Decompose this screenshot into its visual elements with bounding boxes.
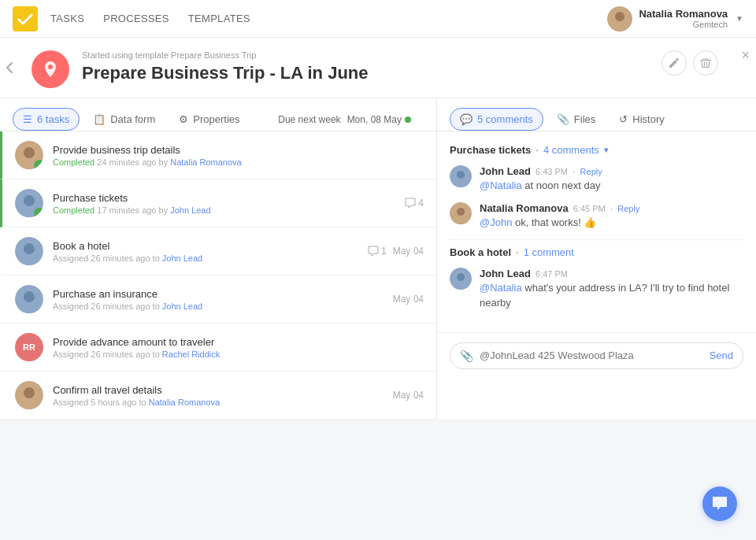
breadcrumb: Started using template Prepare Business … xyxy=(82,50,737,60)
comment-section-book-hotel: Book a hotel · 1 comment xyxy=(450,246,743,258)
comment-time: 6:43 PM xyxy=(536,167,568,176)
task-info: Purchase tickets Completed 17 minutes ag… xyxy=(53,192,405,215)
history-tab-label: History xyxy=(632,113,664,125)
edit-button[interactable] xyxy=(662,50,687,76)
task-right: 4 xyxy=(405,198,424,209)
svg-point-2 xyxy=(615,12,624,21)
task-name: Provide business trip details xyxy=(53,144,424,156)
task-info: Book a hotel Assigned 26 minutes ago to … xyxy=(53,240,368,263)
files-tab-label: Files xyxy=(574,113,595,125)
comment-badge: 1 xyxy=(368,246,387,257)
history-tab-icon: ↺ xyxy=(619,113,628,125)
avatar xyxy=(450,165,472,187)
table-row[interactable]: Book a hotel Assigned 26 minutes ago to … xyxy=(0,227,436,276)
process-icon-wrap xyxy=(32,50,82,98)
table-row[interactable]: Purchase an insurance Assigned 26 minute… xyxy=(0,276,436,324)
app-logo[interactable] xyxy=(13,6,38,31)
comment-author: John Lead xyxy=(480,268,531,279)
task-status: Assigned 26 minutes ago to John Lead xyxy=(53,253,368,263)
comment-text: @Natalia at noon next day xyxy=(480,179,743,193)
tab-comments[interactable]: 💬 5 comments xyxy=(450,108,543,131)
nav-processes[interactable]: PROCESSES xyxy=(103,13,169,24)
comment-body: John Lead 6:47 PM @Natalia what's your a… xyxy=(480,268,743,309)
task-list: ✓ Provide business trip details Complete… xyxy=(0,131,436,420)
process-meta: Started using template Prepare Business … xyxy=(82,50,737,93)
comment-section-purchase-tickets: Purchase tickets · 4 comments ▾ xyxy=(450,144,743,156)
comment-time: 6:45 PM xyxy=(573,204,606,213)
avatar: ✓ xyxy=(15,141,43,169)
content-area: ☰ 6 tasks 📋 Data form ⚙ Properties Due n… xyxy=(0,98,756,420)
left-tab-bar: ☰ 6 tasks 📋 Data form ⚙ Properties Due n… xyxy=(0,98,436,131)
task-right: 1 May 04 xyxy=(368,246,424,257)
comment-item: John Lead 6:47 PM @Natalia what's your a… xyxy=(450,268,743,309)
section-task-name: Book a hotel xyxy=(450,246,511,258)
delete-button[interactable] xyxy=(693,50,718,76)
properties-tab-icon: ⚙ xyxy=(179,113,188,125)
task-name: Purchase tickets xyxy=(53,192,405,204)
tab-tasks[interactable]: ☰ 6 tasks xyxy=(13,108,80,131)
svg-rect-0 xyxy=(13,6,38,31)
task-status: Completed 17 minutes ago by John Lead xyxy=(53,205,405,215)
username: Natalia Romanova xyxy=(639,8,728,20)
files-tab-icon: 📎 xyxy=(557,113,569,125)
attach-icon[interactable]: 📎 xyxy=(460,350,473,362)
avatar xyxy=(15,237,43,265)
user-menu[interactable]: Natalia Romanova Gemtech ▼ xyxy=(607,6,743,31)
comments-tab-label: 5 comments xyxy=(477,113,533,125)
task-date: May 04 xyxy=(393,246,424,257)
comment-count[interactable]: 4 comments xyxy=(543,144,599,156)
send-button[interactable]: Send xyxy=(710,350,733,361)
nav-tasks[interactable]: TASKS xyxy=(50,13,84,24)
task-date: May 04 xyxy=(393,294,424,305)
left-panel: ☰ 6 tasks 📋 Data form ⚙ Properties Due n… xyxy=(0,98,437,420)
comment-body: Natalia Romanova 6:45 PM · Reply @John o… xyxy=(480,202,743,230)
section-task-name: Purchase tickets xyxy=(450,144,531,156)
back-button[interactable] xyxy=(0,49,19,87)
process-icon xyxy=(32,50,69,88)
nav-templates[interactable]: TEMPLATES xyxy=(188,13,250,24)
user-info: Natalia Romanova Gemtech xyxy=(639,8,728,29)
reply-button[interactable]: Reply xyxy=(580,167,602,176)
comment-count[interactable]: 1 comment xyxy=(524,246,574,258)
avatar: RR xyxy=(15,333,43,361)
task-name: Confirm all travel details xyxy=(53,384,393,396)
table-row[interactable]: ✓ Provide business trip details Complete… xyxy=(0,131,436,179)
svg-point-21 xyxy=(457,171,465,179)
task-name: Book a hotel xyxy=(53,240,368,252)
comment-text: @Natalia what's your address in LA? I'll… xyxy=(480,281,743,309)
comment-author: Natalia Romanova xyxy=(480,202,569,214)
reply-button[interactable]: Reply xyxy=(617,204,639,213)
tab-properties[interactable]: ⚙ Properties xyxy=(169,108,250,131)
due-label: Due next week xyxy=(278,114,340,125)
due-date: Mon, 08 May xyxy=(347,114,402,125)
right-panel: 💬 5 comments 📎 Files ↺ History Purchase … xyxy=(437,98,756,420)
comment-input[interactable] xyxy=(480,350,710,361)
table-row[interactable]: RR Provide advance amount to traveler As… xyxy=(0,324,436,372)
svg-point-24 xyxy=(457,208,465,216)
process-header: Started using template Prepare Business … xyxy=(0,38,756,98)
tab-files[interactable]: 📎 Files xyxy=(547,108,606,131)
task-info: Provide advance amount to traveler Assig… xyxy=(53,336,424,359)
task-right: May 04 xyxy=(393,294,424,305)
close-button[interactable]: × xyxy=(741,47,750,64)
comments-tab-icon: 💬 xyxy=(460,113,472,125)
right-tab-bar: 💬 5 comments 📎 Files ↺ History xyxy=(437,98,756,131)
comment-badge: 4 xyxy=(405,198,424,209)
process-actions xyxy=(662,50,718,76)
mention: @Natalia xyxy=(480,282,522,294)
avatar xyxy=(15,381,43,409)
task-name: Purchase an insurance xyxy=(53,288,393,300)
check-icon: ✓ xyxy=(34,160,43,169)
check-icon: ✓ xyxy=(34,208,43,217)
task-date: May 04 xyxy=(393,390,424,401)
avatar xyxy=(450,202,472,224)
tab-history[interactable]: ↺ History xyxy=(609,108,674,131)
main-container: Started using template Prepare Business … xyxy=(0,38,756,420)
comment-item: John Lead 6:43 PM · Reply @Natalia at no… xyxy=(450,165,743,193)
tab-dataform[interactable]: 📋 Data form xyxy=(83,108,165,131)
table-row[interactable]: ✓ Purchase tickets Completed 17 minutes … xyxy=(0,179,436,227)
chevron-down-icon: ▾ xyxy=(604,146,608,154)
topnav: TASKS PROCESSES TEMPLATES Natalia Romano… xyxy=(0,0,756,38)
avatar xyxy=(607,6,632,31)
table-row[interactable]: Confirm all travel details Assigned 5 ho… xyxy=(0,372,436,420)
